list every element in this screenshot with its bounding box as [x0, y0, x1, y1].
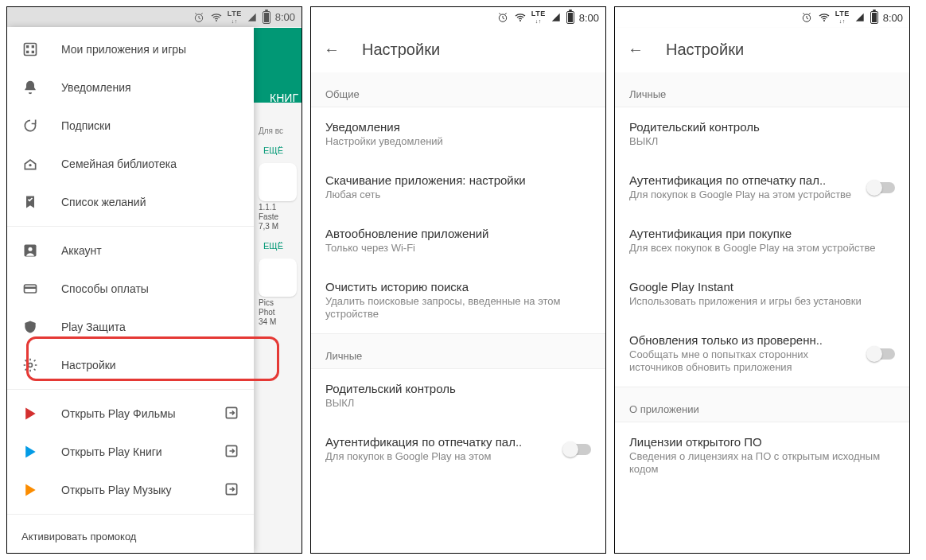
battery-icon — [263, 11, 270, 24]
drawer-settings[interactable]: Настройки — [7, 346, 254, 384]
drawer-open-movies[interactable]: Открыть Play Фильмы — [7, 395, 254, 433]
row-instant[interactable]: Google Play InstantИспользовать приложен… — [615, 267, 909, 321]
drawer-payment[interactable]: Способы оплаты — [7, 270, 254, 308]
divider — [7, 514, 254, 515]
row-download[interactable]: Скачивание приложения: настройкиЛюбая се… — [311, 161, 605, 214]
bookmark-icon — [21, 194, 39, 210]
apps-icon — [21, 41, 39, 57]
lte-indicator: LTE↓↑ — [835, 10, 850, 25]
alarm-icon — [496, 11, 509, 24]
row-fingerprint[interactable]: Аутентификация по отпечатку пал..Для пок… — [311, 422, 605, 476]
back-button[interactable]: ← — [324, 41, 340, 59]
row-sub: Для покупок в Google Play на этом — [325, 450, 554, 463]
row-parental[interactable]: Родительский контрольВЫКЛ — [311, 369, 605, 422]
clock: 8:00 — [275, 11, 295, 23]
row-sub: Только через Wi-Fi — [325, 242, 591, 255]
drawer-label: Настройки — [61, 359, 116, 371]
phone-3: LTE↓↑ 8:00 ← Настройки Личные Родительск… — [614, 6, 910, 554]
row-title: Очистить историю поиска — [325, 280, 591, 294]
row-clear-history[interactable]: Очистить историю поискаУдалить поисковые… — [311, 267, 605, 333]
switch-toggle[interactable] — [564, 444, 591, 455]
row-sub: Сведения о лицензиях на ПО с открытым ис… — [629, 450, 895, 476]
card-icon — [21, 281, 39, 297]
row-title: Скачивание приложения: настройки — [325, 173, 591, 187]
section-personal: Личные — [311, 333, 605, 369]
row-sub: Использовать приложения и игры без устан… — [629, 295, 895, 308]
shield-icon — [21, 319, 39, 335]
wifi-icon — [210, 11, 223, 24]
lte-indicator: LTE↓↑ — [531, 10, 546, 25]
divider — [7, 389, 254, 390]
drawer-label: Семейная библиотека — [61, 158, 177, 170]
page-title: Настройки — [666, 41, 744, 59]
account-icon — [21, 243, 39, 259]
row-auth-purchase[interactable]: Аутентификация при покупкеДля всех покуп… — [615, 214, 909, 267]
row-sub: ВЫКЛ — [629, 135, 895, 148]
drawer-my-apps[interactable]: Мои приложения и игры — [7, 30, 254, 68]
drawer-label: Уведомления — [61, 81, 131, 94]
status-bar: LTE↓↑ 8:00 — [7, 7, 302, 27]
family-icon — [21, 156, 39, 172]
row-parental[interactable]: Родительский контрольВЫКЛ — [615, 107, 909, 161]
drawer-protect[interactable]: Play Защита — [7, 308, 254, 346]
row-title: Уведомления — [325, 120, 591, 134]
bg-app-size: 7,3 M — [259, 222, 302, 231]
settings-content[interactable]: Общие УведомленияНастройки уведомлений С… — [311, 72, 605, 553]
drawer-label: Открыть Play Музыку — [61, 484, 172, 496]
section-about: О приложении — [615, 387, 909, 422]
drawer-label: Открыть Play Книги — [61, 445, 162, 458]
drawer-notifications[interactable]: Уведомления — [7, 68, 254, 107]
drawer-label: Список желаний — [61, 196, 146, 208]
settings-content[interactable]: Личные Родительский контрольВЫКЛ Аутенти… — [615, 72, 909, 553]
row-sub: ВЫКЛ — [325, 397, 591, 410]
drawer-label: Мои приложения и игры — [61, 43, 186, 56]
bell-icon — [21, 80, 39, 95]
open-icon — [224, 481, 239, 500]
alarm-icon — [800, 11, 813, 24]
wifi-icon — [818, 11, 831, 24]
bg-app-thumb — [259, 163, 297, 201]
drawer-label: Способы оплаты — [61, 282, 149, 295]
nav-drawer[interactable]: Мои приложения и игры Уведомления Подпис… — [7, 27, 254, 553]
drawer-open-music[interactable]: Открыть Play Музыку — [7, 471, 254, 509]
switch-toggle[interactable] — [868, 182, 895, 193]
drawer-wishlist[interactable]: Список желаний — [7, 183, 254, 221]
drawer-family[interactable]: Семейная библиотека — [7, 145, 254, 183]
bg-app-title: Pics — [259, 298, 302, 308]
drawer-subscriptions[interactable]: Подписки — [7, 107, 254, 145]
row-fingerprint[interactable]: Аутентификация по отпечатку пал..Для пок… — [615, 161, 909, 214]
bg-app-title: 1.1.1 — [259, 203, 302, 212]
row-sub: Удалить поисковые запросы, введенные на … — [325, 295, 591, 321]
bg-more: ЕЩЁ — [263, 146, 302, 155]
drawer-account[interactable]: Аккаунт — [7, 231, 254, 270]
battery-icon — [566, 11, 574, 24]
row-autoupdate[interactable]: Автообновление приложенийТолько через Wi… — [311, 214, 605, 267]
row-verified-updates[interactable]: Обновления только из проверенн..Сообщать… — [615, 321, 909, 387]
drawer-open-books[interactable]: Открыть Play Книги — [7, 433, 254, 471]
signal-icon — [854, 12, 866, 23]
drawer-label: Подписки — [61, 119, 111, 132]
app-bar: ← Настройки — [615, 28, 909, 72]
row-title: Аутентификация при покупке — [629, 227, 895, 240]
drawer-promo[interactable]: Активировать промокод — [7, 519, 254, 553]
wifi-icon — [514, 11, 527, 24]
signal-icon — [551, 12, 562, 23]
play-movies-icon — [21, 406, 39, 422]
signal-icon — [247, 12, 258, 23]
open-icon — [224, 443, 239, 461]
switch-toggle[interactable] — [868, 348, 895, 360]
drawer-label: Play Защита — [61, 321, 126, 333]
bg-more: ЕЩЁ — [263, 241, 302, 251]
row-notifications[interactable]: УведомленияНастройки уведомлений — [311, 107, 605, 161]
back-button[interactable]: ← — [628, 41, 644, 59]
phone-1: LTE↓↑ 8:00 КНИГ Для вс ЕЩЁ 1.1.1 Faste 7… — [6, 6, 302, 554]
bg-app-sub: Faste — [259, 212, 302, 222]
bg-app-thumb — [259, 259, 297, 297]
row-title: Аутентификация по отпечатку пал.. — [629, 173, 858, 187]
drawer-label: Аккаунт — [61, 244, 102, 257]
row-sub: Для всех покупок в Google Play на этом у… — [629, 242, 895, 255]
row-sub: Любая сеть — [325, 189, 591, 201]
row-licenses[interactable]: Лицензии открытого ПОСведения о лицензия… — [615, 422, 909, 488]
row-sub: Настройки уведомлений — [325, 135, 591, 148]
open-icon — [224, 405, 239, 423]
